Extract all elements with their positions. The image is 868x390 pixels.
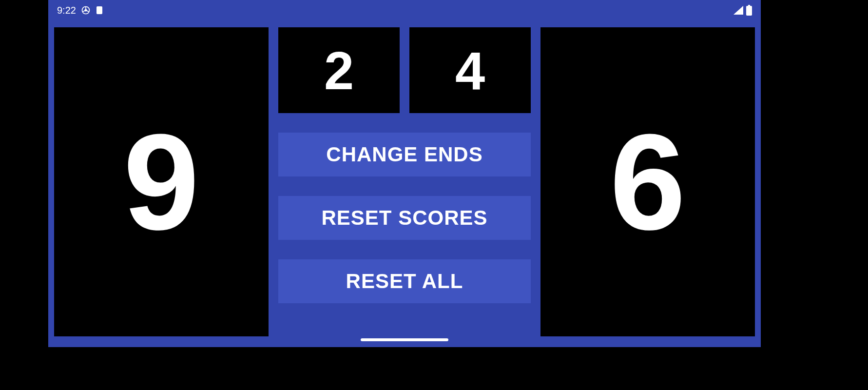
status-time: 9:22	[57, 5, 76, 16]
left-main-score[interactable]: 9	[54, 27, 269, 336]
reset-scores-button[interactable]: RESET SCORES	[278, 196, 531, 240]
signal-icon	[733, 6, 743, 15]
right-main-score-value: 6	[610, 104, 686, 260]
main-content: 9 2 4 CHANGE ENDS RESET SCORES RESET ALL…	[54, 27, 755, 336]
right-small-score[interactable]: 4	[409, 27, 531, 113]
card-icon	[96, 5, 103, 15]
center-column: 2 4 CHANGE ENDS RESET SCORES RESET ALL	[278, 27, 531, 336]
reset-all-button[interactable]: RESET ALL	[278, 259, 531, 303]
svg-line-3	[82, 11, 85, 12]
app-frame: 9:22	[48, 0, 761, 347]
svg-rect-6	[748, 5, 750, 6]
status-bar: 9:22	[48, 0, 761, 20]
steering-wheel-icon	[81, 5, 91, 15]
svg-rect-7	[746, 6, 752, 16]
change-ends-button[interactable]: CHANGE ENDS	[278, 133, 531, 176]
svg-line-4	[87, 11, 89, 12]
left-small-score-value: 2	[324, 39, 354, 101]
nav-handle-icon[interactable]	[361, 338, 448, 341]
status-left: 9:22	[57, 5, 103, 16]
action-buttons: CHANGE ENDS RESET SCORES RESET ALL	[278, 133, 531, 303]
svg-rect-5	[96, 6, 102, 14]
right-main-score[interactable]: 6	[540, 27, 755, 336]
small-scores-row: 2 4	[278, 27, 531, 113]
right-small-score-value: 4	[455, 39, 485, 101]
status-right	[733, 5, 752, 16]
left-small-score[interactable]: 2	[278, 27, 400, 113]
svg-point-1	[85, 9, 86, 11]
left-main-score-value: 9	[123, 104, 199, 260]
battery-icon	[746, 5, 752, 16]
